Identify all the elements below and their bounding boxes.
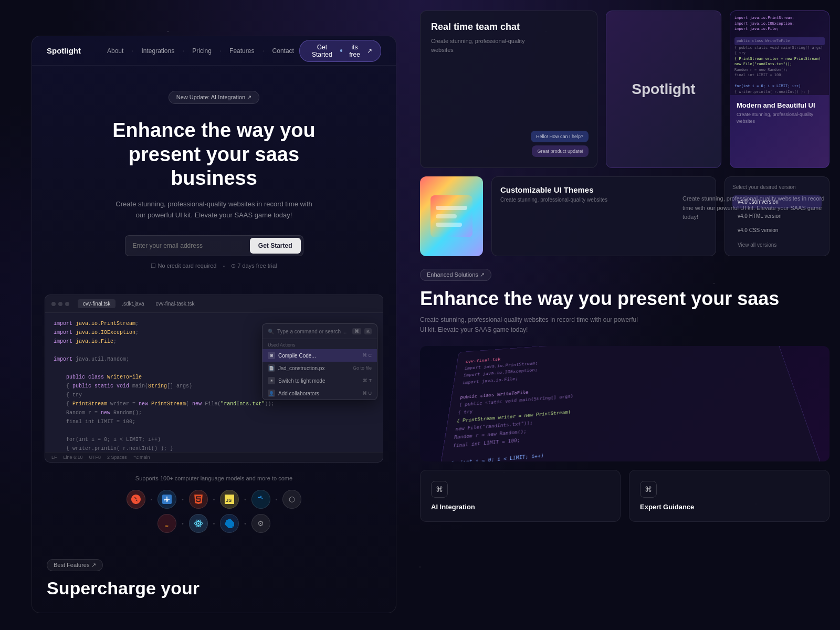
modern-ui-desc: Create stunning, professional-quality we… [737, 111, 823, 124]
nav-arrow-icon: ↗ [367, 47, 372, 55]
enhanced-section: Enhanced Solutions ↗ Enhance the way you… [410, 256, 840, 461]
chat-visual: Hello! How can I help? Great product upd… [531, 131, 589, 157]
chat-card-title: Real time team chat [431, 22, 586, 33]
expert-guidance-card: ⌘ Expert Guidance [629, 470, 830, 522]
lang-icons-row-1: • TS • • JS • • ⬡ [47, 490, 381, 509]
lang-icon-ts: TS [158, 490, 176, 509]
lang-icons-row-2: • • • ⚙ [47, 514, 381, 533]
ai-integration-title: AI Integration [431, 503, 610, 511]
editor-tab-3[interactable]: cvv-final-task.tsk [150, 299, 200, 308]
enhanced-title: Enhance the way you present your saas [420, 287, 830, 310]
themes-desc: Create stunning, professional-quality we… [500, 196, 707, 204]
editor-body: import java.io.PrintStream; import java.… [45, 313, 383, 452]
svg-rect-9 [436, 206, 467, 210]
cmd-item-light[interactable]: ☀ Switch to light mode ⌘ T [262, 374, 377, 387]
lang-icon-docker [251, 490, 270, 509]
editor-dot-3 [65, 302, 69, 306]
cmd-shortcut-compile: ⌘ C [362, 353, 372, 358]
top-cards-row: Real time team chat Create stunning, pro… [410, 0, 840, 168]
lang-icon-dart [220, 514, 239, 533]
gradient-visual [420, 176, 483, 256]
cmd-item-compile[interactable]: ⊞ Compile Code... ⌘ C [262, 349, 377, 362]
cmd-shortcut-collab: ⌘ U [362, 391, 372, 396]
right-feature-desc: Create stunning, professional-quality we… [682, 194, 830, 222]
editor-footer: LF Line 6:10 UTF8 2 Spaces ⌥ main [45, 452, 383, 462]
email-form: Get Started [125, 235, 303, 256]
languages-title: Supports 100+ computer language models a… [47, 475, 381, 481]
hero-subtitle: Create stunning, professional-quality we… [114, 199, 314, 221]
cmd-search: 🔍 Type a command or search ... ⌘ K [262, 324, 377, 339]
svg-rect-11 [436, 223, 462, 227]
chat-bubble-2: Great product update! [532, 145, 589, 157]
cmd-search-text: Type a command or search ... [277, 329, 349, 334]
cmd-section-label: Used Actions [262, 339, 377, 349]
chat-card: Real time team chat Create stunning, pro… [420, 10, 597, 168]
modern-ui-card: import java.io.PrintStream; import java.… [730, 10, 830, 168]
chat-bubble-1: Hello! How can I help? [531, 131, 589, 142]
version-option-3[interactable]: v4.0 CSS version [732, 224, 822, 237]
nav-contact[interactable]: Contact [267, 45, 299, 57]
features-heading: Supercharge your [47, 578, 381, 599]
nav-cta-sublabel: its free [346, 44, 363, 58]
hero-section: New Update: AI Integration ↗ Enhance the… [32, 66, 396, 282]
nav-cta-button[interactable]: Get Started its free ↗ [299, 40, 381, 62]
code-editor: cvv-final.tsk .sdkt.java cvv-final-task.… [45, 295, 383, 463]
svg-text:JS: JS [226, 498, 232, 503]
modern-ui-info: Modern and Beautiful UI Create stunning,… [730, 95, 829, 131]
code-3d-inner: cvv-final.tsk import java.io.PrintStream… [435, 346, 821, 461]
editor-tabs: cvv-final.tsk .sdkt.java cvv-final-task.… [78, 299, 200, 308]
modern-ui-preview: import java.io.PrintStream; import java.… [730, 11, 829, 95]
best-features-section: Best Features ↗ Supercharge your [32, 551, 396, 607]
editor-tab-1[interactable]: cvv-final.tsk [78, 299, 116, 308]
hero-title: Enhance the way you present your saas bu… [83, 119, 345, 191]
nav-features[interactable]: Features [224, 45, 259, 57]
cmd-item-collab[interactable]: 👤 Add collaborators ⌘ U [262, 387, 377, 400]
right-panel: Real time team chat Create stunning, pro… [410, 0, 840, 630]
nav-pricing[interactable]: Pricing [187, 45, 217, 57]
spotlight-label: Spotlight [632, 81, 695, 98]
lang-icon-html [189, 490, 208, 509]
form-meta-nocredit: ☐ No credit card required [151, 262, 216, 269]
cmd-shortcut-file: Go to file [353, 365, 372, 371]
compile-icon: ⊞ [268, 352, 275, 359]
version-label: Select your desired version [732, 184, 822, 190]
gradient-card [420, 176, 483, 256]
email-input[interactable] [133, 242, 250, 249]
collaborators-icon: 👤 [268, 390, 275, 397]
spotlight-card: Spotlight [606, 10, 721, 168]
cmd-item-compile-label: Compile Code... [278, 353, 316, 359]
editor-tab-2[interactable]: .sdkt.java [117, 299, 149, 308]
footer-lf: LF [51, 455, 57, 460]
nav-about[interactable]: About [102, 45, 129, 57]
nav-integrations[interactable]: Integrations [136, 45, 180, 57]
ai-integration-icon: ⌘ [431, 481, 448, 498]
enhanced-badge[interactable]: Enhanced Solutions ↗ [420, 269, 491, 281]
cmd-shortcut-light: ⌘ T [363, 378, 372, 383]
lang-icon-js: JS [220, 490, 239, 509]
editor-titlebar: cvv-final.tsk .sdkt.java cvv-final-task.… [45, 295, 383, 313]
update-badge[interactable]: New Update: AI Integration ↗ [169, 91, 260, 104]
enhanced-badge-text: Enhanced Solutions ↗ [427, 271, 485, 278]
enhanced-desc: Create stunning, professional-quality we… [420, 315, 640, 335]
cmd-item-file-label: Jsd_construction.px [278, 365, 324, 371]
editor-dots [51, 302, 69, 306]
get-started-button[interactable]: Get Started [250, 238, 301, 254]
expert-guidance-icon: ⌘ [640, 481, 657, 498]
nav-logo: Spotlight [47, 46, 81, 55]
cmd-item-light-label: Switch to light mode [278, 378, 326, 384]
file-icon: 📄 [268, 364, 275, 372]
languages-section: Supports 100+ computer language models a… [32, 463, 396, 551]
right-feature-text: Create stunning, professional-quality we… [682, 194, 830, 222]
lang-icon-settings: ⚙ [251, 514, 270, 533]
cmd-shortcut-icon: ⌘ [352, 328, 361, 334]
cmd-item-collab-label: Add collaborators [278, 391, 319, 396]
nav-cta-label: Get Started [308, 44, 336, 58]
form-meta-trial: ⊙ 7 days free trial [231, 262, 277, 269]
features-badge[interactable]: Best Features ↗ [47, 559, 103, 571]
nav-cta-dot [340, 49, 342, 52]
version-view-all[interactable]: View all versions [732, 240, 822, 250]
lang-icon-react [189, 514, 208, 533]
footer-spaces: 2 Spaces [107, 455, 127, 460]
cmd-item-file[interactable]: 📄 Jsd_construction.px Go to file [262, 362, 377, 374]
chat-card-subtitle: Create stunning, professional-quality we… [431, 37, 547, 54]
